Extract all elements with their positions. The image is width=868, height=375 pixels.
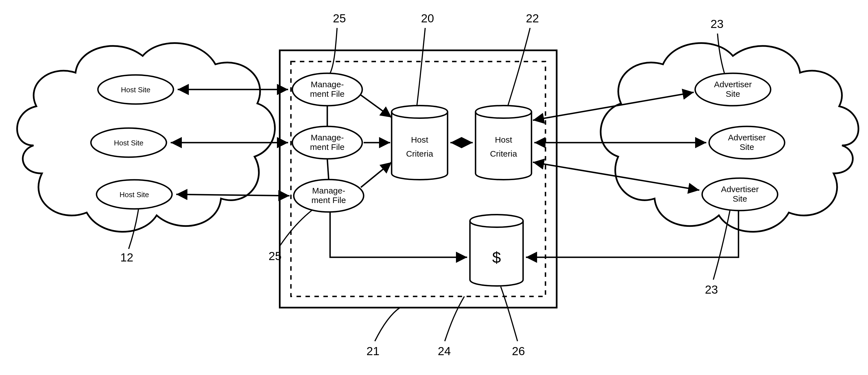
host-site-3-label: Host Site <box>119 190 149 199</box>
host-site-2-label: Host Site <box>114 139 144 147</box>
ref-23b: 23 <box>705 283 718 296</box>
host-criteria-label-l2: Criteria <box>406 149 433 158</box>
lead-21 <box>375 308 400 341</box>
management-file-1-label-l2: ment File <box>310 89 344 98</box>
management-file-1-label-l1: Manage- <box>311 80 344 89</box>
ref-25a: 25 <box>333 12 346 25</box>
lead-25b <box>280 210 312 246</box>
conn-adv3-payment <box>526 211 739 257</box>
advertiser-site-1-l1: Advertiser <box>714 80 752 89</box>
ref-22: 22 <box>526 12 539 25</box>
ref-12: 12 <box>120 251 133 264</box>
conn-mgmt3-hc <box>361 162 392 187</box>
mgmt-link-2-3 <box>327 159 329 180</box>
management-file-3-label-l1: Manage- <box>312 186 345 195</box>
lead-23a <box>717 34 724 73</box>
management-file-2-label-l2: ment File <box>310 142 344 152</box>
lead-20 <box>417 28 425 106</box>
management-file-3-label-l2: ment File <box>311 195 346 205</box>
ref-25b: 25 <box>269 249 282 262</box>
conn-mgmt3-payment <box>330 212 467 257</box>
ref-26: 26 <box>512 345 525 358</box>
lead-26 <box>501 287 518 341</box>
advertiser-site-2-l1: Advertiser <box>728 133 766 142</box>
ref-24: 24 <box>438 345 451 358</box>
ref-20: 20 <box>421 12 434 25</box>
lead-22 <box>508 28 530 106</box>
host-site-1-label: Host Site <box>121 86 151 94</box>
advertiser-site-2-l2: Site <box>740 142 754 152</box>
advertiser-site-3-l1: Advertiser <box>721 185 758 194</box>
host-criteria-2-label-l2: Criteria <box>490 149 517 158</box>
host-criteria-2-label-l1: Host <box>495 135 512 144</box>
management-file-2-label-l1: Manage- <box>311 133 344 142</box>
conn-host3-mgmt3 <box>176 194 289 196</box>
conn-mgmt1-hc <box>361 95 392 118</box>
advertiser-site-1-l2: Site <box>725 89 740 98</box>
host-criteria-label-l1: Host <box>411 135 428 144</box>
advertising-network-diagram: Host Site Host Site Host Site Manage- me… <box>0 0 868 375</box>
ref-23a: 23 <box>711 17 724 30</box>
advertiser-site-3-l2: Site <box>733 194 747 203</box>
ref-21: 21 <box>367 345 380 358</box>
lead-24 <box>445 296 464 341</box>
payment-db-label: $ <box>492 249 501 266</box>
